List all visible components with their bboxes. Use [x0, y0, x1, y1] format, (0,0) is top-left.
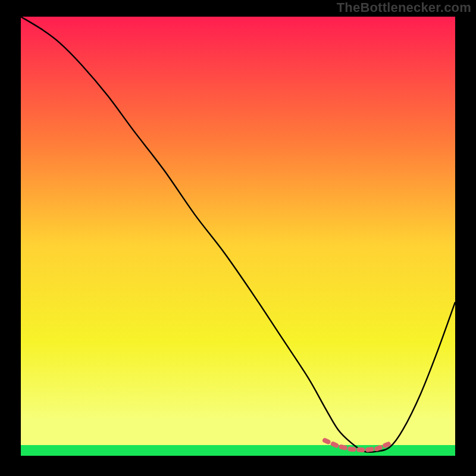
bottleneck-chart: [21, 17, 455, 456]
watermark-text: TheBottlenecker.com: [337, 0, 471, 15]
plot-area: [21, 17, 455, 456]
chart-frame: TheBottlenecker.com: [0, 0, 476, 476]
gradient-background: [21, 17, 455, 456]
